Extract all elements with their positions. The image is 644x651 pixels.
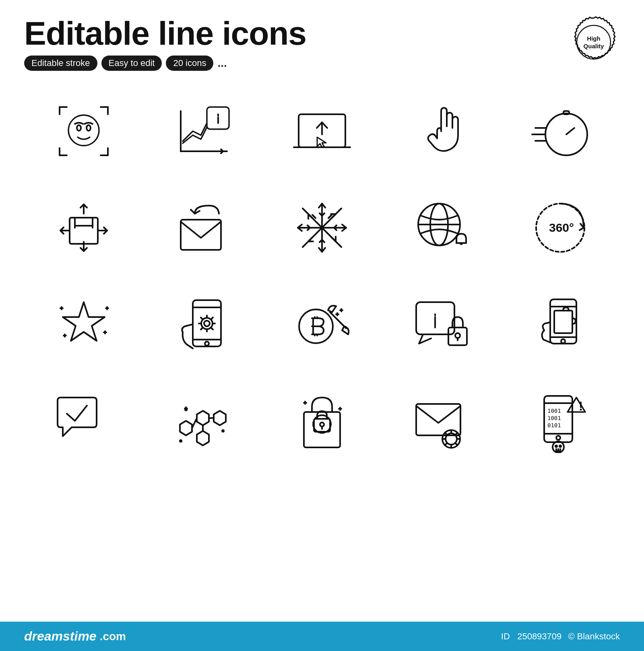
360-degree-icon: 360°: [501, 179, 620, 276]
tag-easy-to-edit: Easy to edit: [101, 56, 162, 71]
page-title: Editable line icons: [24, 16, 306, 51]
svg-text:0101: 0101: [547, 422, 561, 429]
svg-line-67: [211, 328, 213, 330]
image-id: ID 250893709: [501, 631, 561, 642]
logo-domain: .com: [100, 630, 126, 643]
mobile-settings-icon: [143, 276, 262, 373]
svg-marker-96: [180, 421, 192, 435]
laptop-upload-icon: [262, 83, 382, 179]
reply-email-icon: [143, 179, 262, 276]
svg-rect-28: [70, 218, 98, 244]
locked-shopping-icon: [262, 373, 382, 469]
svg-text:1001: 1001: [547, 408, 561, 414]
svg-marker-97: [214, 411, 226, 425]
svg-line-69: [211, 317, 213, 319]
quality-badge-text: High Quality: [584, 35, 604, 50]
dreamstime-logo: dreamstime .com: [24, 629, 126, 644]
svg-point-139: [555, 445, 558, 448]
snowflake-icon: [262, 179, 382, 276]
svg-point-9: [68, 115, 99, 146]
tag-20-icons: 20 icons: [166, 56, 213, 71]
logo-text: dreamstime: [24, 629, 97, 644]
svg-rect-86: [448, 328, 467, 345]
svg-point-130: [556, 436, 560, 440]
svg-line-68: [201, 328, 202, 330]
svg-point-11: [87, 125, 91, 131]
pointer-hand-icon: [382, 83, 501, 179]
svg-line-124: [445, 443, 447, 445]
quality-badge: High Quality: [568, 16, 620, 68]
svg-rect-36: [181, 220, 221, 250]
svg-marker-21: [317, 137, 326, 147]
svg-point-59: [205, 342, 209, 346]
svg-point-10: [77, 125, 81, 131]
svg-line-99: [192, 418, 197, 428]
face-recognition-icon: [24, 83, 143, 179]
svg-rect-108: [314, 419, 330, 432]
svg-line-126: [455, 443, 457, 445]
svg-point-61: [204, 321, 210, 326]
chat-verified-icon: [24, 373, 143, 469]
certified-mail-icon: [382, 373, 501, 469]
malware-phone-icon: 1001 1001 0101 0110: [501, 373, 620, 469]
delivery-box-icon: [24, 179, 143, 276]
svg-marker-98: [197, 431, 209, 445]
molecule-icon: [143, 373, 262, 469]
star-rating-icon: [24, 276, 143, 373]
svg-marker-135: [568, 398, 585, 412]
tags-row: Editable stroke Easy to edit 20 icons ..…: [24, 56, 306, 71]
svg-point-140: [559, 445, 562, 448]
svg-line-23: [566, 128, 574, 134]
bottom-right-info: ID 250893709 © Blankstock: [501, 631, 620, 642]
svg-marker-95: [197, 411, 209, 425]
svg-point-103: [221, 429, 225, 433]
fast-time-icon: [501, 83, 620, 179]
bitcoin-mining-icon: [262, 276, 382, 373]
main-container: Editable line icons Editable stroke Easy…: [0, 0, 644, 477]
puzzle-phone-icon: [501, 276, 620, 373]
svg-point-104: [179, 439, 182, 443]
svg-point-111: [313, 415, 331, 433]
icons-grid: 360°: [24, 83, 620, 469]
header-area: Editable line icons Editable stroke Easy…: [24, 16, 620, 71]
globe-notification-icon: [382, 179, 501, 276]
bottom-bar: dreamstime .com ID 250893709 © Blankstoc…: [0, 622, 644, 651]
svg-line-66: [201, 317, 202, 319]
svg-point-92: [561, 339, 565, 343]
copyright-text: © Blankstock: [568, 631, 620, 642]
svg-rect-93: [554, 311, 572, 333]
svg-text:1001: 1001: [547, 415, 561, 421]
title-section: Editable line icons Editable stroke Easy…: [24, 16, 306, 71]
svg-marker-47: [63, 302, 105, 341]
info-privacy-icon: [382, 276, 501, 373]
analytics-info-icon: [143, 83, 262, 179]
svg-point-137: [580, 409, 582, 411]
svg-text:360°: 360°: [549, 221, 574, 234]
tag-editable-stroke: Editable stroke: [24, 56, 97, 71]
tag-dots: ...: [217, 57, 227, 70]
